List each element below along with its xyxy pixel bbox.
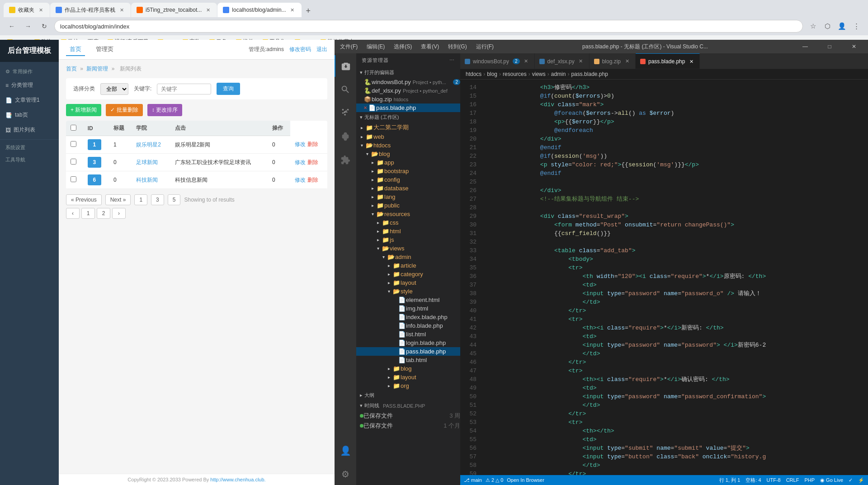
breadcrumb-home[interactable]: 首页	[66, 66, 77, 72]
code-content[interactable]: <h3>修密码</h3> @if(count($errors)>0) <div …	[478, 80, 868, 475]
bookmark-icon[interactable]: ☆	[807, 20, 819, 33]
sidebar-item-article[interactable]: 📄 文章管理1	[0, 93, 59, 108]
query-button[interactable]: 查询	[217, 83, 240, 95]
select-all-checkbox[interactable]	[71, 125, 76, 131]
title-link[interactable]: 娱乐明星2	[136, 141, 161, 148]
next-button[interactable]: Next »	[105, 194, 131, 205]
breadcrumb-admin[interactable]: admin	[551, 71, 566, 77]
menu-goto[interactable]: 转到(G)	[446, 42, 468, 52]
activity-accounts[interactable]: 👤	[335, 440, 356, 461]
git-branch-icon[interactable]: ⎇ main	[464, 477, 482, 483]
tree-item-views[interactable]: ▾ 📂 views	[356, 244, 460, 253]
tree-item-login-blade[interactable]: 📄 login.blade.php	[356, 339, 460, 347]
open-file-passblade[interactable]: ✕ 📄 pass.blade.php	[356, 104, 460, 112]
prev-button[interactable]: « Previous	[66, 194, 102, 205]
tab-close[interactable]: ✕	[577, 58, 585, 65]
browser-tab-favorites[interactable]: 收藏夹 ✕	[4, 3, 50, 17]
tab-close[interactable]: ✕	[688, 58, 695, 65]
breadcrumb-htdocs[interactable]: htdocs	[466, 71, 481, 77]
go-live-button[interactable]: ◉ Go Live	[820, 477, 843, 483]
menu-file[interactable]: 文件(F)	[338, 42, 359, 52]
tree-item-resources[interactable]: ▾ 📂 resources	[356, 210, 460, 218]
tree-item-info-blade[interactable]: 📄 info.blade.php	[356, 321, 460, 330]
page-num-1[interactable]: 1	[81, 208, 95, 219]
row-select-checkbox[interactable]	[71, 176, 76, 182]
browser-tab-admin[interactable]: localhost/blog/admin... ✕	[217, 3, 301, 17]
tab-close[interactable]: ✕	[37, 6, 44, 14]
page-next-icon[interactable]: ›	[112, 208, 126, 219]
keyword-input[interactable]	[157, 84, 211, 94]
close-icon[interactable]: ✕	[363, 105, 367, 110]
tree-item-style[interactable]: ▾ 📂 style	[356, 287, 460, 296]
delete-link[interactable]: 删除	[307, 141, 318, 147]
tree-item-blog-folder2[interactable]: ▸ 📁 blog	[356, 364, 460, 373]
menu-edit[interactable]: 编辑(E)	[365, 42, 387, 52]
row-select-checkbox[interactable]	[71, 159, 76, 165]
open-browser-button[interactable]: Open In Browser	[507, 477, 544, 483]
page-5-button[interactable]: 5	[168, 194, 181, 205]
timeline-section[interactable]: ▾ 时间线 pass.blade.php	[356, 400, 460, 411]
edit-link[interactable]: 修改	[295, 141, 306, 147]
sidebar-item-tab[interactable]: 📑 tab页	[0, 108, 59, 122]
extensions-icon[interactable]: ⬡	[821, 20, 834, 33]
tree-item-article[interactable]: ▸ 📁 article	[356, 261, 460, 270]
row-select-checkbox[interactable]	[71, 141, 76, 147]
breadcrumb-blog[interactable]: blog	[487, 71, 497, 77]
nav-item-manage[interactable]: 管理页	[92, 43, 117, 56]
editor-tab-defxlsx[interactable]: def_xlsx.py ✕	[535, 53, 590, 69]
cursor-position[interactable]: 行 1, 列 1	[719, 477, 740, 484]
back-button[interactable]: ←	[5, 20, 18, 33]
activity-extensions[interactable]	[335, 149, 356, 171]
check-icon[interactable]: ✓	[849, 477, 853, 483]
tree-item-layout[interactable]: ▸ 📁 layout	[356, 278, 460, 287]
sort-button[interactable]: ↕ 更改排序	[147, 104, 182, 116]
timeline-item-1[interactable]: 已保存文件 3 周	[356, 411, 460, 421]
tree-item-css[interactable]: ▸ 📁 css	[356, 218, 460, 227]
sidebar-item-image[interactable]: 🖼 图片列表	[0, 122, 59, 137]
tab-close[interactable]: ✕	[289, 6, 296, 14]
sidebar-item-category[interactable]: ≡ 分类管理	[0, 78, 59, 93]
minimize-button[interactable]: —	[795, 40, 816, 53]
tree-item-public[interactable]: ▸ 📁 public	[356, 201, 460, 210]
menu-run[interactable]: 运行(F)	[474, 42, 495, 52]
lightning-icon[interactable]: ⚡	[858, 477, 864, 483]
tab-close[interactable]: ✕	[204, 6, 212, 14]
tree-item-htdocs[interactable]: ▾ 📂 htdocs	[356, 141, 460, 150]
page-num-2[interactable]: 2	[97, 208, 110, 219]
explorer-more-icon[interactable]: ⋯	[449, 57, 455, 63]
title-link[interactable]: 足球新闻	[136, 159, 158, 165]
errors-icon[interactable]: ⚠ 2 △ 0	[486, 477, 503, 483]
breadcrumb-section[interactable]: 新闻管理	[86, 66, 108, 72]
page-1-button[interactable]: 1	[134, 194, 147, 205]
tree-item-semester[interactable]: ▸ 📁 大二第二学期	[356, 122, 460, 132]
editor-tab-windowsbot[interactable]: windowsBot.py 2 ✕	[460, 53, 535, 69]
tree-item-app[interactable]: ▸ 📁 app	[356, 158, 460, 167]
tree-item-layout2[interactable]: ▸ 📁 layout	[356, 373, 460, 381]
language-indicator[interactable]: PHP	[804, 477, 815, 483]
open-file-blogzip[interactable]: 📦 blog.zip htdocs	[356, 95, 460, 104]
tree-item-database[interactable]: ▸ 📁 database	[356, 184, 460, 193]
tree-item-list-html[interactable]: 📄 list.html	[356, 330, 460, 339]
tree-item-index-blade[interactable]: 📄 index.blade.php	[356, 313, 460, 321]
open-file-defxlsx[interactable]: 🐍 def_xlsx.py Project • python_def	[356, 86, 460, 95]
tab-close[interactable]: ✕	[623, 58, 631, 65]
profile-icon[interactable]: 👤	[835, 20, 848, 33]
page-3-button[interactable]: 3	[151, 194, 164, 205]
page-prev-icon[interactable]: ‹	[66, 208, 80, 219]
breadcrumb-views[interactable]: views	[532, 71, 546, 77]
maximize-button[interactable]: □	[819, 40, 840, 53]
close-button[interactable]: ✕	[844, 40, 864, 53]
workspace-section[interactable]: ▾ 无标题 (工作区)	[356, 112, 460, 122]
edit-link[interactable]: 修改	[295, 159, 306, 165]
add-news-button[interactable]: + 新增新闻	[66, 104, 101, 116]
forward-button[interactable]: →	[22, 20, 34, 33]
nav-item-home[interactable]: 首页	[66, 43, 85, 56]
tree-item-lang[interactable]: ▸ 📁 lang	[356, 193, 460, 201]
new-tab-button[interactable]: +	[302, 5, 315, 17]
menu-icon[interactable]: ⋮	[850, 20, 863, 33]
delete-link[interactable]: 删除	[307, 159, 318, 165]
tab-close[interactable]: ✕	[523, 58, 530, 65]
activity-settings[interactable]: ⚙	[335, 463, 356, 485]
tree-item-tab-html[interactable]: 📄 tab.html	[356, 356, 460, 364]
batch-delete-button[interactable]: ✓ 批量删除	[106, 104, 142, 116]
